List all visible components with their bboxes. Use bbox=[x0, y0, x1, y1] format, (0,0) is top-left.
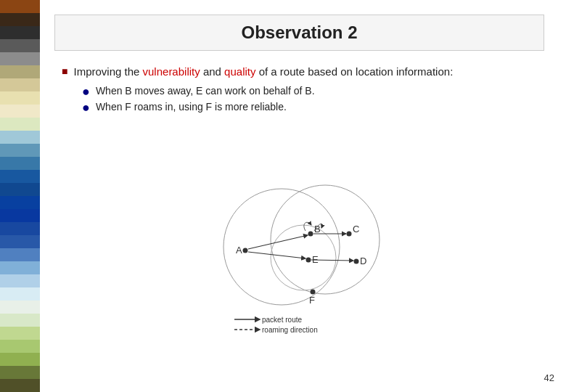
svg-line-16 bbox=[248, 252, 305, 258]
vulnerability-text: vulnerability bbox=[143, 65, 200, 78]
bullet-section: ■ Improving the vulnerability and qualit… bbox=[62, 64, 544, 117]
quality-text: quality bbox=[224, 65, 255, 78]
main-content: Observation 2 ■ Improving the vulnerabil… bbox=[40, 0, 566, 392]
sub-bullet-text-2: When F roams in, using F is more reliabl… bbox=[96, 101, 287, 113]
page-number: 42 bbox=[544, 372, 554, 383]
svg-point-3 bbox=[242, 248, 247, 253]
svg-text:packet route: packet route bbox=[262, 316, 302, 324]
sidebar bbox=[0, 0, 40, 392]
sub-bullet-text-1: When B moves away, E can work on behalf … bbox=[96, 85, 315, 97]
svg-text:roaming direction: roaming direction bbox=[262, 326, 318, 334]
svg-text:C: C bbox=[353, 224, 359, 234]
q-icon: ■ bbox=[62, 65, 67, 77]
sub-bullets: ● When B moves away, E can work on behal… bbox=[82, 85, 544, 114]
main-bullet: ■ Improving the vulnerability and qualit… bbox=[62, 64, 544, 81]
svg-text:A: A bbox=[236, 245, 242, 256]
title-box: Observation 2 bbox=[54, 15, 544, 51]
svg-point-7 bbox=[346, 232, 351, 237]
svg-point-2 bbox=[271, 225, 336, 290]
dot-icon-1: ● bbox=[82, 85, 90, 98]
sub-bullet-1: ● When B moves away, E can work on behal… bbox=[82, 85, 544, 98]
svg-point-9 bbox=[305, 258, 311, 263]
main-bullet-text: Improving the vulnerability and quality … bbox=[73, 64, 453, 81]
page-title: Observation 2 bbox=[70, 23, 529, 43]
diagram-area: A B C E D F bbox=[54, 124, 544, 378]
svg-point-5 bbox=[308, 232, 313, 237]
svg-point-13 bbox=[310, 290, 315, 295]
svg-point-11 bbox=[353, 259, 358, 264]
sub-bullet-2: ● When F roams in, using F is more relia… bbox=[82, 101, 544, 114]
svg-text:D: D bbox=[360, 256, 366, 266]
diagram-svg: A B C E D F bbox=[176, 167, 423, 334]
svg-text:F: F bbox=[309, 295, 315, 306]
dot-icon-2: ● bbox=[82, 101, 90, 114]
